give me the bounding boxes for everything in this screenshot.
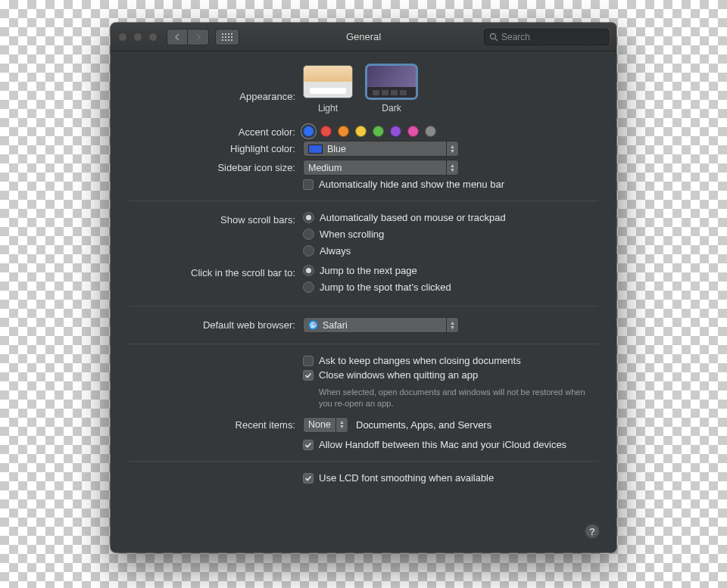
stepper-icon: ▲▼ xyxy=(446,142,458,156)
scrollclick-nextpage-label: Jump to the next page xyxy=(320,265,417,276)
content-area: Appearance: Light Dark Accent color: xyxy=(111,51,616,552)
light-preview-icon xyxy=(303,65,353,98)
grid-icon xyxy=(222,33,232,41)
appearance-label: Appearance: xyxy=(129,65,303,102)
scrollclick-spot-label: Jump to the spot that's clicked xyxy=(320,282,451,293)
recent-select[interactable]: None ▲▼ xyxy=(303,417,348,433)
minimize-window-button[interactable] xyxy=(133,33,142,42)
appearance-dark[interactable]: Dark xyxy=(367,65,417,114)
accent-purple[interactable] xyxy=(390,126,401,137)
recent-value: None xyxy=(308,419,331,430)
appearance-light-label: Light xyxy=(318,103,338,114)
divider xyxy=(129,201,598,201)
browser-select[interactable]: Safari ▲▼ xyxy=(303,317,459,333)
close-windows-label: Close windows when quitting an app xyxy=(319,369,478,381)
color-chip-icon xyxy=(308,145,323,154)
scrollbars-auto-radio[interactable]: Automatically based on mouse or trackpad xyxy=(303,212,598,223)
handoff-checkbox[interactable]: Allow Handoff between this Mac and your … xyxy=(303,439,598,450)
browser-value: Safari xyxy=(323,320,348,331)
accent-red[interactable] xyxy=(320,126,332,137)
close-window-button[interactable] xyxy=(118,33,127,42)
svg-rect-6 xyxy=(228,36,229,38)
forward-button[interactable] xyxy=(188,29,209,45)
search-field-wrap[interactable] xyxy=(484,29,609,45)
lcd-smoothing-checkbox[interactable]: Use LCD font smoothing when available xyxy=(303,472,598,484)
titlebar: General xyxy=(111,23,616,51)
svg-rect-4 xyxy=(222,36,223,38)
highlight-select[interactable]: Blue ▲▼ xyxy=(303,141,459,157)
preferences-window: General Appearance: Light Dark xyxy=(111,23,616,552)
nav-buttons xyxy=(167,29,209,45)
lcd-smoothing-label: Use LCD font smoothing when available xyxy=(319,472,494,484)
scrollclick-spot-radio[interactable]: Jump to the spot that's clicked xyxy=(303,282,598,293)
close-windows-hint: When selected, open documents and window… xyxy=(319,387,591,409)
window-controls xyxy=(118,33,158,42)
stepper-icon: ▲▼ xyxy=(446,160,458,175)
svg-point-12 xyxy=(491,33,496,39)
accent-pink[interactable] xyxy=(407,126,419,137)
radio-icon xyxy=(303,212,314,223)
radio-icon xyxy=(303,282,314,293)
svg-rect-1 xyxy=(225,33,226,35)
scrollclick-nextpage-radio[interactable]: Jump to the next page xyxy=(303,265,598,276)
scrollbars-always-radio[interactable]: Always xyxy=(303,245,598,257)
chevron-right-icon xyxy=(195,33,201,41)
radio-icon xyxy=(303,229,314,240)
radio-icon xyxy=(303,245,314,257)
sidebar-size-value: Medium xyxy=(308,163,342,173)
accent-swatches xyxy=(303,124,598,137)
accent-graphite[interactable] xyxy=(425,126,436,137)
checkbox-icon xyxy=(303,473,314,484)
recent-suffix: Documents, Apps, and Servers xyxy=(356,419,491,431)
dark-preview-icon xyxy=(367,65,417,98)
help-button[interactable]: ? xyxy=(585,524,600,539)
zoom-window-button[interactable] xyxy=(148,33,158,42)
back-button[interactable] xyxy=(167,29,188,45)
checkbox-icon xyxy=(303,370,314,381)
svg-rect-9 xyxy=(225,39,226,41)
highlight-value: Blue xyxy=(327,144,346,154)
accent-label: Accent color: xyxy=(129,124,303,138)
scrollbars-scrolling-label: When scrolling xyxy=(320,229,384,240)
appearance-light[interactable]: Light xyxy=(303,65,353,114)
recent-label: Recent items: xyxy=(129,417,303,431)
svg-rect-10 xyxy=(228,39,229,41)
browser-label: Default web browser: xyxy=(129,317,303,331)
svg-rect-7 xyxy=(231,36,232,38)
divider xyxy=(129,344,598,344)
accent-orange[interactable] xyxy=(338,126,349,137)
stepper-icon: ▲▼ xyxy=(446,318,458,332)
svg-rect-11 xyxy=(231,39,232,41)
scrollbars-scrolling-radio[interactable]: When scrolling xyxy=(303,229,598,240)
accent-blue[interactable] xyxy=(303,126,314,137)
sidebar-size-label: Sidebar icon size: xyxy=(129,160,303,173)
chevron-left-icon xyxy=(174,33,180,41)
accent-green[interactable] xyxy=(373,126,384,137)
appearance-options: Light Dark xyxy=(303,65,598,114)
svg-rect-8 xyxy=(222,39,223,41)
safari-icon xyxy=(308,320,318,330)
close-windows-checkbox[interactable]: Close windows when quitting an app xyxy=(303,369,598,381)
svg-rect-5 xyxy=(225,36,226,38)
menubar-autohide-label: Automatically hide and show the menu bar xyxy=(319,179,504,190)
divider xyxy=(129,461,598,462)
scrollbars-always-label: Always xyxy=(320,245,351,257)
search-input[interactable] xyxy=(501,32,615,42)
checkbox-icon xyxy=(303,356,314,366)
ask-changes-label: Ask to keep changes when closing documen… xyxy=(319,355,521,366)
menubar-autohide-checkbox[interactable]: Automatically hide and show the menu bar xyxy=(303,179,598,190)
sidebar-size-select[interactable]: Medium ▲▼ xyxy=(303,160,459,176)
svg-rect-3 xyxy=(231,33,232,35)
svg-line-13 xyxy=(495,39,498,41)
checkbox-icon xyxy=(303,440,314,450)
scrollbars-label: Show scroll bars: xyxy=(129,212,303,226)
scrollclick-label: Click in the scroll bar to: xyxy=(129,265,303,278)
search-icon xyxy=(489,33,498,42)
ask-changes-checkbox[interactable]: Ask to keep changes when closing documen… xyxy=(303,355,598,366)
svg-rect-0 xyxy=(222,33,223,35)
highlight-label: Highlight color: xyxy=(129,141,303,154)
checkbox-icon xyxy=(303,179,314,190)
stepper-icon: ▲▼ xyxy=(335,418,348,432)
accent-yellow[interactable] xyxy=(355,126,367,137)
show-all-button[interactable] xyxy=(215,29,239,45)
